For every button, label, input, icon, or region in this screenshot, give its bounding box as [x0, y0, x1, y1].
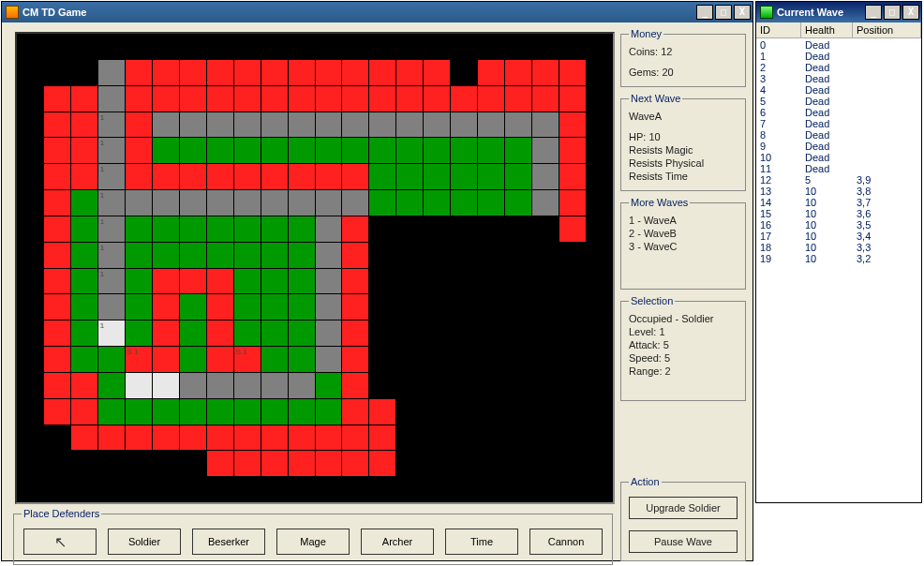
list-item[interactable]: 5Dead	[756, 96, 921, 107]
grid-cell[interactable]	[180, 373, 206, 398]
grid-cell[interactable]	[261, 164, 288, 189]
grid-cell[interactable]	[71, 34, 97, 59]
grid-cell[interactable]	[180, 112, 206, 138]
grid-cell[interactable]	[478, 477, 504, 502]
grid-cell[interactable]	[17, 477, 43, 502]
grid-cell[interactable]	[369, 34, 395, 59]
grid-cell[interactable]	[342, 164, 368, 189]
grid-cell[interactable]	[316, 477, 342, 502]
upgrade-button[interactable]: Upgrade Soldier	[629, 497, 738, 519]
grid-cell[interactable]	[316, 451, 342, 476]
grid-cell[interactable]	[587, 190, 613, 216]
grid-cell[interactable]	[342, 243, 368, 268]
grid-cell[interactable]	[505, 320, 531, 346]
grid-cell[interactable]: 1	[98, 190, 125, 216]
grid-cell[interactable]	[289, 269, 315, 294]
close-icon[interactable]: X	[902, 5, 919, 20]
grid-cell[interactable]	[505, 373, 531, 398]
grid-cell[interactable]	[289, 112, 315, 138]
grid-cell[interactable]	[505, 34, 531, 59]
grid-cell[interactable]	[153, 216, 179, 242]
grid-cell[interactable]	[532, 34, 559, 59]
grid-cell[interactable]	[532, 399, 559, 424]
grid-cell[interactable]	[424, 34, 450, 59]
time-button[interactable]: Time	[445, 529, 518, 555]
grid-cell[interactable]	[451, 112, 477, 138]
grid-cell[interactable]	[17, 347, 43, 372]
grid-cell[interactable]	[478, 243, 504, 268]
list-item[interactable]: 16103,5	[756, 219, 921, 231]
grid-cell[interactable]	[342, 269, 368, 294]
grid-cell[interactable]	[316, 164, 342, 189]
game-grid[interactable]: 11111111S 1S 1	[15, 32, 615, 504]
grid-cell[interactable]	[342, 373, 368, 398]
grid-cell[interactable]	[17, 164, 43, 189]
grid-cell[interactable]	[316, 425, 342, 451]
grid-cell[interactable]	[71, 216, 97, 242]
grid-cell[interactable]	[234, 112, 261, 138]
grid-cell[interactable]	[234, 164, 261, 189]
grid-cell[interactable]	[451, 269, 477, 294]
grid-cell[interactable]	[369, 425, 395, 451]
grid-cell[interactable]	[396, 34, 423, 59]
list-item[interactable]: 9Dead	[756, 141, 921, 152]
grid-cell[interactable]	[207, 164, 233, 189]
grid-cell[interactable]	[261, 451, 288, 476]
grid-cell[interactable]	[126, 138, 152, 163]
grid-cell[interactable]	[234, 138, 261, 163]
list-item[interactable]: 11Dead	[756, 163, 921, 174]
grid-cell[interactable]	[71, 399, 97, 424]
grid-cell[interactable]: 1	[98, 138, 125, 163]
grid-cell[interactable]	[44, 216, 70, 242]
grid-cell[interactable]	[424, 269, 450, 294]
grid-cell[interactable]	[396, 216, 423, 242]
grid-cell[interactable]	[316, 347, 342, 372]
grid-cell[interactable]	[153, 373, 179, 398]
grid-cell[interactable]	[234, 294, 261, 320]
grid-cell[interactable]	[98, 86, 125, 112]
grid-cell[interactable]	[451, 86, 477, 112]
grid-cell[interactable]	[369, 269, 395, 294]
grid-cell[interactable]	[451, 294, 477, 320]
beserker-button[interactable]: Beserker	[192, 529, 265, 555]
grid-cell[interactable]	[369, 451, 395, 476]
grid-cell[interactable]	[17, 60, 43, 85]
grid-cell[interactable]	[587, 243, 613, 268]
grid-cell[interactable]	[396, 138, 423, 163]
grid-cell[interactable]	[234, 243, 261, 268]
grid-cell[interactable]	[587, 34, 613, 59]
grid-cell[interactable]	[451, 34, 477, 59]
grid-cell[interactable]	[559, 164, 586, 189]
grid-cell[interactable]	[505, 399, 531, 424]
grid-cell[interactable]	[451, 451, 477, 476]
grid-cell[interactable]	[17, 399, 43, 424]
grid-cell[interactable]	[478, 34, 504, 59]
grid-cell[interactable]	[587, 269, 613, 294]
grid-cell[interactable]	[261, 399, 288, 424]
grid-cell[interactable]	[478, 86, 504, 112]
grid-cell[interactable]	[424, 347, 450, 372]
grid-cell[interactable]: 1	[98, 269, 125, 294]
grid-cell[interactable]	[71, 477, 97, 502]
grid-cell[interactable]	[207, 243, 233, 268]
grid-cell[interactable]	[17, 86, 43, 112]
grid-cell[interactable]	[207, 320, 233, 346]
grid-cell[interactable]	[289, 399, 315, 424]
grid-cell[interactable]	[44, 34, 70, 59]
grid-cell[interactable]	[44, 112, 70, 138]
grid-cell[interactable]	[234, 320, 261, 346]
archer-button[interactable]: Archer	[361, 529, 434, 555]
list-item[interactable]: 15103,6	[756, 208, 921, 219]
grid-cell[interactable]	[424, 320, 450, 346]
grid-cell[interactable]	[180, 243, 206, 268]
grid-cell[interactable]	[207, 294, 233, 320]
grid-cell[interactable]	[126, 216, 152, 242]
grid-cell[interactable]	[369, 112, 395, 138]
grid-cell[interactable]	[234, 34, 261, 59]
grid-cell[interactable]	[261, 112, 288, 138]
grid-cell[interactable]	[180, 86, 206, 112]
grid-cell[interactable]	[261, 347, 288, 372]
grid-cell[interactable]	[71, 112, 97, 138]
grid-cell[interactable]	[451, 399, 477, 424]
grid-cell[interactable]	[261, 138, 288, 163]
